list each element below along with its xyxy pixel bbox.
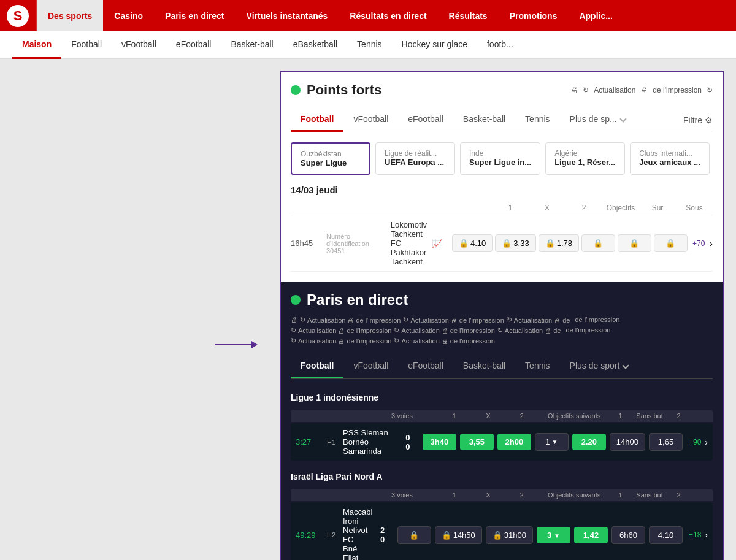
live-btn2[interactable]: 3,55 — [460, 434, 494, 450]
refresh7-icon[interactable]: ↻ — [291, 337, 296, 345]
print-icon[interactable]: 🖨 — [570, 86, 578, 94]
odd-btn-1[interactable]: 🔒 4.10 — [452, 234, 493, 252]
header-1: 1 — [492, 204, 529, 212]
print-icon-live2[interactable]: 🖨 — [347, 316, 354, 324]
print-live-icon[interactable]: 🖨 — [291, 316, 297, 324]
live-btn3[interactable]: 2h00 — [497, 434, 531, 450]
logo[interactable]: S — [0, 0, 37, 31]
print-icon2[interactable]: 🖨 — [640, 86, 648, 94]
sec-footb[interactable]: footb... — [477, 31, 523, 59]
nav-paris-direct[interactable]: Paris en direct — [154, 0, 236, 31]
league-card-uefa[interactable]: Ligue de réalit... UEFA Europa ... — [375, 142, 455, 175]
league-card-inde[interactable]: Inde Super Ligue in... — [460, 142, 540, 175]
odd-btn-lock3[interactable]: 🔒 — [654, 234, 688, 252]
odd-btn-lock2[interactable]: 🔒 — [618, 234, 651, 252]
nav-resultats[interactable]: Résultats — [438, 0, 499, 31]
sec-maison[interactable]: Maison — [12, 31, 61, 59]
league-card-uzbekistan[interactable]: Ouzbékistan Super Ligue — [291, 142, 370, 175]
sec-efootball[interactable]: eFootball — [166, 31, 221, 59]
nav-applic[interactable]: Applic... — [568, 0, 623, 31]
sec-vfootball[interactable]: vFootball — [112, 31, 166, 59]
dark-tab-tennis[interactable]: Tennis — [515, 355, 559, 378]
print5-icon[interactable]: 🖨 — [442, 327, 448, 334]
live-obj2-btn4[interactable]: 4.10 — [649, 526, 683, 544]
live-lock-btn2[interactable]: 🔒 14h50 — [435, 526, 482, 544]
sec-football[interactable]: Football — [61, 31, 112, 59]
match-time: 16h45 — [291, 239, 321, 248]
chart-icon[interactable]: 📈 — [432, 239, 442, 248]
league-title: Ligue 1 indonésienne — [291, 389, 713, 406]
live-lock-btn3[interactable]: 🔒 31h00 — [486, 526, 533, 544]
tab-plus[interactable]: Plus de sp... — [560, 108, 635, 132]
arrow-right-israel-icon[interactable]: › — [705, 530, 708, 540]
live-obj2-btn2[interactable]: 1,42 — [574, 527, 608, 543]
refresh4-icon[interactable]: ↻ — [291, 326, 296, 334]
update-item-5: ↻ Actualisation 🖨 de l'impression — [394, 326, 494, 334]
sec-hockey[interactable]: Hockey sur glace — [392, 31, 477, 59]
nav-resultats-direct[interactable]: Résultats en direct — [339, 0, 437, 31]
header-2-live2: 2 — [505, 491, 539, 499]
dark-tab-football[interactable]: Football — [291, 355, 343, 378]
tab-football[interactable]: Football — [291, 108, 343, 132]
dark-tab-vfootball[interactable]: vFootball — [343, 355, 398, 378]
print-label6b: de l'impression — [565, 326, 610, 334]
more-bets[interactable]: +70 — [692, 239, 705, 248]
odd-btn-lock1[interactable]: 🔒 — [581, 234, 615, 252]
tab-efootball[interactable]: eFootball — [398, 108, 453, 132]
dark-tab-efootball[interactable]: eFootball — [398, 355, 453, 378]
sec-tennis[interactable]: Tennis — [347, 31, 391, 59]
tab-basket-ball[interactable]: Basket-ball — [453, 108, 515, 132]
tab-tennis[interactable]: Tennis — [515, 108, 559, 132]
nav-des-sports[interactable]: Des sports — [37, 0, 103, 31]
live-btn1[interactable]: 3h40 — [423, 434, 456, 450]
dark-tab-basket[interactable]: Basket-ball — [453, 355, 515, 378]
nav-casino[interactable]: Casino — [103, 0, 154, 31]
refresh-live-icon[interactable]: ↻ — [300, 316, 305, 324]
print-label: de l'impression — [653, 86, 702, 94]
live-obj-btn1[interactable]: 1 ▼ — [535, 433, 569, 451]
arrow-right-live-icon[interactable]: › — [705, 437, 708, 447]
sec-ebasketball[interactable]: eBasketball — [283, 31, 347, 59]
sec-basket-ball[interactable]: Basket-ball — [221, 31, 283, 59]
live-lock-btn[interactable]: 🔒 — [397, 526, 431, 544]
print3-icon[interactable]: 🖨 — [554, 316, 561, 324]
nav-promotions[interactable]: Promotions — [499, 0, 569, 31]
refresh-icon[interactable]: ↻ — [583, 86, 589, 94]
arrow-head — [251, 341, 258, 348]
league-card-clubs[interactable]: Clubs internati... Jeux amicaux ... — [630, 142, 710, 175]
print7-icon[interactable]: 🖨 — [338, 337, 345, 345]
refresh6-icon[interactable]: ↻ — [497, 326, 503, 334]
green-dot-icon — [291, 85, 301, 95]
odd-btn-3[interactable]: 🔒 1.78 — [539, 234, 579, 252]
refresh5-icon[interactable]: ↻ — [394, 326, 399, 334]
nav-virtuels[interactable]: Virtuels instantanés — [236, 0, 339, 31]
filter-tab[interactable]: Filtre ⚙ — [683, 115, 713, 125]
more-live-bets-israel[interactable]: +18 — [686, 531, 701, 539]
live-obj-btn3[interactable]: 14h00 — [610, 433, 645, 451]
dark-tab-plus[interactable]: Plus de sport — [560, 355, 638, 378]
print8-icon[interactable]: 🖨 — [442, 337, 448, 345]
more-live-bets[interactable]: +90 — [686, 438, 701, 447]
live-obj-btn4[interactable]: 1,65 — [649, 433, 683, 451]
three-way-label: 3 voies — [367, 412, 438, 420]
header-2: 2 — [565, 204, 602, 212]
refresh-icon2[interactable]: ↻ — [707, 86, 713, 94]
league-card-algerie[interactable]: Algérie Ligue 1, Réser... — [545, 142, 625, 175]
refresh3-icon[interactable]: ↻ — [507, 316, 512, 324]
refresh2-icon[interactable]: ↻ — [403, 316, 408, 324]
print-label4: de l'impression — [347, 327, 391, 334]
table-header: 1 X 2 Objectifs Sur Sous — [291, 201, 713, 215]
logo-s-icon: S — [7, 5, 29, 27]
print4-icon[interactable]: 🖨 — [338, 327, 345, 334]
live-obj2-btn1[interactable]: 3 ▼ — [537, 527, 570, 543]
print6-icon[interactable]: 🖨 — [545, 327, 551, 334]
odd-btn-2[interactable]: 🔒 3.33 — [495, 234, 535, 252]
print2-icon[interactable]: 🖨 — [451, 316, 458, 324]
arrow-right-icon[interactable]: › — [710, 239, 713, 248]
live-obj2-btn3[interactable]: 6h60 — [611, 526, 645, 544]
refresh8-icon[interactable]: ↻ — [394, 337, 399, 345]
live-obj-btn2[interactable]: 2.20 — [572, 434, 606, 450]
tab-vfootball[interactable]: vFootball — [343, 108, 398, 132]
arrow-indicator — [215, 341, 258, 348]
print-label8: de l'impression — [450, 337, 495, 345]
